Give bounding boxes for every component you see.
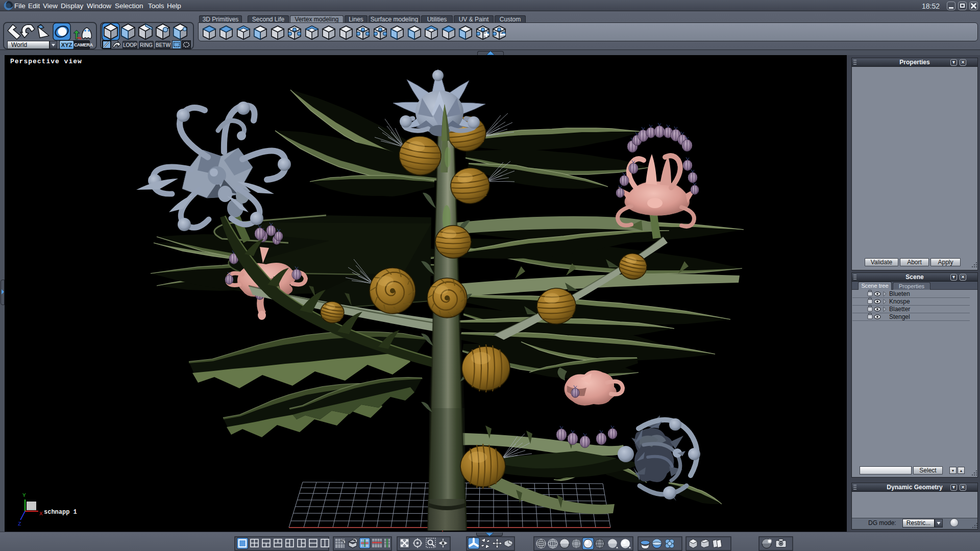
svg-text:Y: Y	[22, 492, 26, 498]
svg-text:X: X	[39, 511, 43, 517]
svg-text:Z: Z	[18, 521, 21, 527]
svg-text:schnapp 1: schnapp 1	[44, 509, 77, 516]
